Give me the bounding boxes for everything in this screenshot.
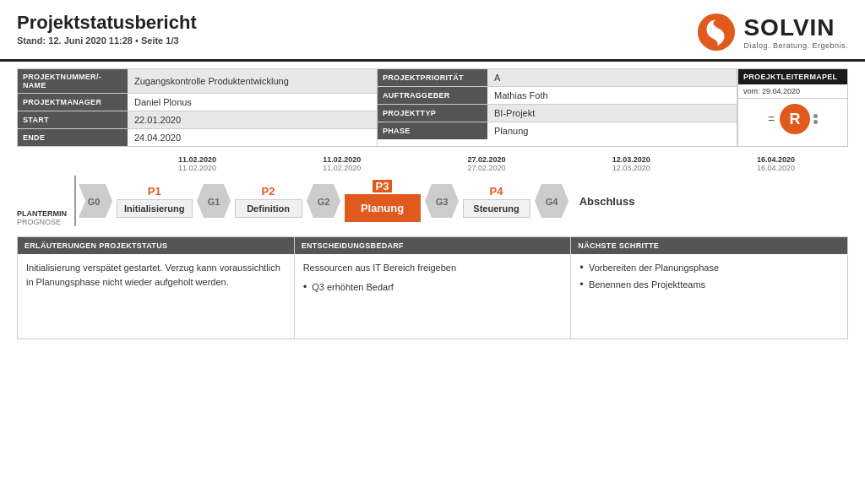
label-start: START [18, 111, 128, 128]
label-ende: ENDE [18, 129, 128, 146]
svg-text:G1: G1 [207, 197, 220, 207]
value-projektmanager: Daniel Plonus [128, 94, 377, 111]
tl-date-bottom-0: 11.02.2020 [178, 164, 216, 172]
page-title: Projektstatusbericht [17, 12, 197, 34]
bottom-header-entscheidung: ENTSCHEIDUNGSBEDARF [295, 237, 571, 254]
bottom-header-naechste: NÄCHSTE SCHRITTE [571, 237, 847, 254]
bottom-header-erlaeuterungen: ERLÄUTERUNGEN PROJEKTSTATUS [18, 237, 294, 254]
value-phase: Planung [487, 122, 737, 139]
info-row-auftraggeber: AUFTRAGGEBER Mathias Foth [378, 87, 737, 105]
pm-date: vom: 29.04.2020 [738, 84, 847, 99]
tl-date-4: 16.04.2020 16.04.2020 [704, 155, 848, 172]
label-prioritaet: PROJEKTPRIORITÄT [378, 69, 487, 86]
info-row-projektname: PROJEKTNUMMER/-NAME Zugangskontrolle Pro… [18, 69, 377, 94]
phase-p4-name: Steuerung [463, 199, 530, 218]
phase-p4-id: P4 [490, 185, 503, 198]
phase-p1-name: Initialisierung [117, 199, 193, 218]
logo-text: SOLVIN Dialog. Beratung. Ergebnis. [743, 14, 848, 50]
tl-date-2: 27.02.2020 27.02.2020 [414, 155, 558, 172]
naechste-bullets: Vorbereiten der Planungsphase Benennen d… [579, 261, 839, 292]
phase-p4: P4 Steuerung [463, 185, 530, 218]
info-row-start: START 22.01.2020 [18, 111, 377, 129]
logo-tagline: Dialog. Beratung. Ergebnis. [743, 41, 848, 50]
gate-g0: G0 [79, 184, 112, 218]
value-projekttyp: BI-Projekt [487, 105, 737, 122]
bottom-col-naechste: NÄCHSTE SCHRITTE Vorbereiten der Planung… [571, 237, 847, 339]
svg-text:G2: G2 [317, 197, 329, 207]
header-left: Projektstatusbericht Stand: 12. Juni 202… [17, 12, 197, 46]
pm-dot-1 [813, 114, 818, 118]
stand-value: 12. Juni 2020 11:28 • Seite 1/3 [48, 35, 178, 46]
label-phase: PHASE [378, 122, 487, 139]
tl-date-top-3: 12.03.2020 [612, 155, 650, 164]
tl-date-bottom-1: 11.02.2020 [323, 164, 361, 172]
timeline-section: 11.02.2020 11.02.2020 11.02.2020 11.02.2… [17, 155, 848, 226]
gate-g4-shape: G4 [535, 184, 569, 218]
tl-date-top-1: 11.02.2020 [323, 155, 361, 164]
label-projektmanager: PROJEKTMANAGER [18, 94, 128, 111]
pm-header-label: PROEJKTLEITERMAPEL [738, 69, 847, 84]
phase-p1-id: P1 [148, 185, 161, 198]
plantermin-label: PLANTERMIN [17, 209, 71, 218]
entscheidung-bullet-text-0: Q3 erhöhten Bedarf [312, 280, 394, 295]
info-row-projekttyp: PROJEKTTYP BI-Projekt [378, 105, 737, 122]
pm-dot-2 [813, 120, 818, 124]
bottom-col-erlaeuterungen: ERLÄUTERUNGEN PROJEKTSTATUS Initialisier… [18, 237, 295, 339]
label-auftraggeber: AUFTRAGGEBER [378, 87, 487, 104]
bottom-col-entscheidung: ENTSCHEIDUNGSBEDARF Ressourcen aus IT Be… [295, 237, 572, 339]
prognose-label: PROGNOSE [17, 218, 71, 226]
naechste-bullet-0: Vorbereiten der Planungsphase [579, 261, 839, 275]
phase-p2-name: Definition [235, 199, 302, 218]
tl-date-bottom-3: 12.03.2020 [612, 164, 650, 172]
tl-date-top-0: 11.02.2020 [178, 155, 216, 164]
info-row-prioritaet: PROJEKTPRIORITÄT A [378, 69, 737, 87]
naechste-bullet-text-0: Vorbereiten der Planungsphase [589, 261, 719, 275]
gate-g3: G3 [425, 184, 459, 218]
project-info-section: PROJEKTNUMMER/-NAME Zugangskontrolle Pro… [17, 68, 848, 147]
tl-date-bottom-4: 16.04.2020 [757, 164, 795, 172]
tl-date-3: 12.03.2020 12.03.2020 [559, 155, 704, 172]
gate-g1: G1 [197, 184, 231, 218]
naechste-bullet-1: Benennen des Projektteams [579, 278, 839, 292]
pm-col: PROEJKTLEITERMAPEL vom: 29.04.2020 = R [737, 69, 847, 146]
value-projektname: Zugangskontrolle Produktentwicklung [128, 69, 377, 93]
info-row-projektmanager: PROJEKTMANAGER Daniel Plonus [18, 94, 377, 111]
naechste-bullet-text-1: Benennen des Projektteams [589, 278, 705, 292]
label-projekttyp: PROJEKTTYP [378, 105, 487, 122]
tl-date-top-4: 16.04.2020 [757, 155, 795, 164]
gate-g4: G4 [535, 184, 569, 218]
value-start: 22.01.2020 [128, 111, 377, 128]
phase-p2: P2 Definition [235, 185, 302, 218]
svg-text:G0: G0 [88, 197, 101, 207]
phase-abschluss-name: Abschluss [579, 195, 635, 208]
entscheidung-bullet-0: Q3 erhöhten Bedarf [303, 280, 563, 295]
bottom-content-naechste: Vorbereiten der Planungsphase Benennen d… [571, 254, 847, 339]
top-divider [0, 59, 865, 62]
logo-name: SOLVIN [743, 14, 835, 41]
phase-p3: P3 Planung [345, 180, 421, 222]
gate-g2: G2 [307, 184, 340, 218]
stand-label: Stand: [17, 35, 46, 46]
logo-area: SOLVIN Dialog. Beratung. Ergebnis. [696, 12, 848, 52]
phase-abschluss: Abschluss [578, 195, 637, 208]
info-left-col: PROJEKTNUMMER/-NAME Zugangskontrolle Pro… [18, 69, 378, 146]
info-row-ende: ENDE 24.04.2020 [18, 129, 377, 146]
gate-g3-shape: G3 [425, 184, 459, 218]
info-row-phase: PHASE Planung [378, 122, 737, 139]
timeline-left-labels: PLANTERMIN PROGNOSE [17, 176, 76, 226]
tl-date-0: 11.02.2020 11.02.2020 [125, 155, 269, 172]
svg-text:G3: G3 [435, 197, 448, 207]
svg-text:G4: G4 [545, 197, 558, 207]
tl-date-1: 11.02.2020 11.02.2020 [269, 155, 414, 172]
page-subtitle: Stand: 12. Juni 2020 11:28 • Seite 1/3 [17, 35, 197, 46]
bottom-content-entscheidung: Ressourcen aus IT Bereich freigeben Q3 e… [295, 254, 571, 339]
value-auftraggeber: Mathias Foth [487, 87, 737, 104]
bottom-content-erlaeuterungen: Initialisierung verspätet gestartet. Ver… [18, 254, 294, 339]
phase-p3-name: Planung [345, 194, 421, 222]
phase-p2-id: P2 [262, 185, 275, 198]
value-ende: 24.04.2020 [128, 129, 377, 146]
pm-equal-icon: = [768, 112, 775, 126]
tl-date-top-2: 27.02.2020 [467, 155, 505, 164]
info-middle-col: PROJEKTPRIORITÄT A AUFTRAGGEBER Mathias … [378, 69, 737, 146]
gate-g0-shape: G0 [79, 184, 112, 218]
